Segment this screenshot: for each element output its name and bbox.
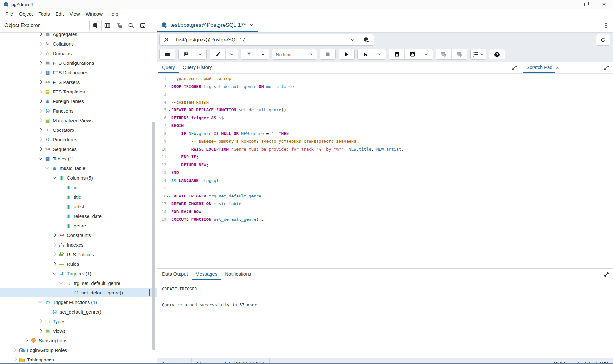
chevron-right-icon[interactable] xyxy=(52,252,57,257)
chevron-right-icon[interactable] xyxy=(38,328,43,333)
tree-scrollbar[interactable] xyxy=(152,122,155,350)
tree-item-trigger-functions-1[interactable]: {≡}Trigger Functions (1) xyxy=(0,297,157,307)
tree-item-title[interactable]: ▮title xyxy=(0,192,157,202)
tree-item-release-date[interactable]: ▮release_date xyxy=(0,211,157,221)
chevron-down-icon[interactable] xyxy=(52,175,57,180)
chevron-right-icon[interactable] xyxy=(38,319,43,324)
chevron-right-icon[interactable] xyxy=(52,261,57,266)
tree-item-procedures[interactable]: { }Procedures xyxy=(0,135,157,144)
tree-item-foreign-tables[interactable]: ⊞Foreign Tables xyxy=(0,96,157,106)
tree-item-login-group-roles[interactable]: Login/Group Roles xyxy=(0,345,157,355)
chevron-down-icon[interactable] xyxy=(38,156,43,161)
sql-editor[interactable]: 1--удаляем старый триггер2DROP TRIGGER t… xyxy=(157,74,521,268)
maximize-button[interactable] xyxy=(577,0,595,9)
chevron-right-icon[interactable] xyxy=(38,146,43,152)
menu-window[interactable]: Window xyxy=(83,11,105,17)
chevron-right-icon[interactable] xyxy=(24,338,29,343)
query-tool-tab[interactable]: test/postgres@PostgreSQL 17* × xyxy=(157,19,258,32)
chevron-right-icon[interactable] xyxy=(12,357,17,362)
scratch-pad-area[interactable] xyxy=(521,74,613,268)
expand-scratch-pad-icon[interactable] xyxy=(601,62,612,73)
tree-item-fts-dictionaries[interactable]: ▥FTS Dictionaries xyxy=(0,68,157,77)
tree-item-rules[interactable]: ▬Rules xyxy=(0,259,157,269)
chevron-right-icon[interactable] xyxy=(12,347,17,353)
fold-chevron-icon[interactable] xyxy=(166,192,171,200)
chevron-right-icon[interactable] xyxy=(38,70,43,75)
tree-item-views[interactable]: ▣Views xyxy=(0,326,157,336)
macros-button[interactable]: 123 xyxy=(471,49,486,59)
menu-object[interactable]: Object xyxy=(16,11,35,17)
stop-button[interactable] xyxy=(320,49,335,59)
tree-item-domains[interactable]: ⌂Domains xyxy=(0,48,157,58)
filter-button[interactable] xyxy=(241,49,257,59)
tree-item-sequences[interactable]: 1..3Sequences xyxy=(0,144,157,154)
tree-item-functions[interactable]: {≡}Functions xyxy=(0,106,157,115)
chevron-right-icon[interactable] xyxy=(38,32,43,37)
explain-analyze-button[interactable] xyxy=(405,49,420,59)
chevron-down-icon[interactable] xyxy=(59,280,64,286)
menu-file[interactable]: File xyxy=(3,11,16,17)
refresh-button[interactable] xyxy=(596,34,610,46)
tree-item-aggregates[interactable]: ▦Aggregates xyxy=(0,29,157,39)
kebab-menu-icon[interactable] xyxy=(599,19,613,32)
open-file-button[interactable] xyxy=(160,49,175,59)
tab-messages[interactable]: Messages xyxy=(192,269,221,280)
chevron-right-icon[interactable] xyxy=(38,60,43,65)
tree-item-set-default-genre[interactable]: {≡}set_default_genre() xyxy=(0,288,157,297)
tree-item-tables-1[interactable]: ▦Tables (1) xyxy=(0,154,157,163)
new-connection-button[interactable] xyxy=(359,34,374,46)
menu-edit[interactable]: Edit xyxy=(53,11,67,17)
help-button[interactable]: ? xyxy=(489,49,505,59)
chevron-right-icon[interactable] xyxy=(38,127,43,132)
tree-item-subscriptions[interactable]: Subscriptions xyxy=(0,336,157,345)
tab-query[interactable]: Query xyxy=(158,62,179,73)
tree-item-id[interactable]: ▮id xyxy=(0,182,157,192)
rollback-button[interactable] xyxy=(452,49,467,59)
connection-status-icon[interactable] xyxy=(159,34,172,46)
tree-item-indexes[interactable]: Indexes xyxy=(0,240,157,249)
menu-help[interactable]: Help xyxy=(105,11,121,17)
tab-data-output[interactable]: Data Output xyxy=(158,269,192,280)
expand-editor-icon[interactable] xyxy=(509,62,520,73)
menu-view[interactable]: View xyxy=(66,11,82,17)
execute-options-dropdown[interactable] xyxy=(373,49,386,59)
tree-item-fts-parsers[interactable]: AaFTS Parsers xyxy=(0,77,157,87)
chevron-right-icon[interactable] xyxy=(38,79,43,85)
tree-item-triggers-1[interactable]: ⇉Triggers (1) xyxy=(0,269,157,278)
execute-script-button[interactable] xyxy=(358,49,373,59)
chevron-right-icon[interactable] xyxy=(52,242,57,247)
chevron-down-icon[interactable] xyxy=(45,166,50,171)
tree-item-materialized-views[interactable]: ▣Materialized Views xyxy=(0,115,157,125)
tree-item-genre[interactable]: ▮genre xyxy=(0,221,157,230)
close-button[interactable]: ✕ xyxy=(595,0,613,9)
tree-item-fts-templates[interactable]: ▤FTS Templates xyxy=(0,87,157,96)
tree-item-columns-5[interactable]: ▮Columns (5) xyxy=(0,173,157,182)
tree-item-tablespaces[interactable]: Tablespaces xyxy=(0,355,157,363)
commit-button[interactable] xyxy=(436,49,452,59)
chevron-right-icon[interactable] xyxy=(38,108,43,113)
chevron-right-icon[interactable] xyxy=(38,51,43,56)
save-options-dropdown[interactable] xyxy=(194,49,206,59)
filter-options-dropdown[interactable] xyxy=(257,49,269,59)
fold-chevron-icon[interactable] xyxy=(166,106,171,114)
expand-output-icon[interactable] xyxy=(601,269,612,280)
chevron-right-icon[interactable] xyxy=(38,41,43,46)
tab-close-icon[interactable]: × xyxy=(250,22,253,28)
tree-item-trg-set-default-genre[interactable]: →trg_set_default_genre xyxy=(0,278,157,288)
chevron-right-icon[interactable] xyxy=(52,233,57,238)
tree-item-collations[interactable]: A↓Collations xyxy=(0,39,157,48)
tree-item-operators[interactable]: +Operators xyxy=(0,125,157,135)
chevron-right-icon[interactable] xyxy=(38,118,43,123)
edit-menu-button[interactable] xyxy=(210,49,226,59)
explain-button[interactable]: E xyxy=(389,49,405,59)
connection-select[interactable]: test/postgres@PostgreSQL 17 xyxy=(172,34,359,46)
tree-item-rls-policies[interactable]: RLS Policies xyxy=(0,249,157,259)
tree-item-music-table[interactable]: ⊞music_table xyxy=(0,163,157,173)
explain-options-dropdown[interactable] xyxy=(420,49,433,59)
execute-button[interactable] xyxy=(339,49,354,59)
tab-query-history[interactable]: Query History xyxy=(179,62,216,73)
tree-item-constraints[interactable]: ▶◀Constraints xyxy=(0,230,157,240)
row-limit-select[interactable]: No limit xyxy=(272,49,317,59)
tree-item-set-default-genre[interactable]: {≡}set_default_genre() xyxy=(0,307,157,316)
chevron-right-icon[interactable] xyxy=(38,99,43,104)
